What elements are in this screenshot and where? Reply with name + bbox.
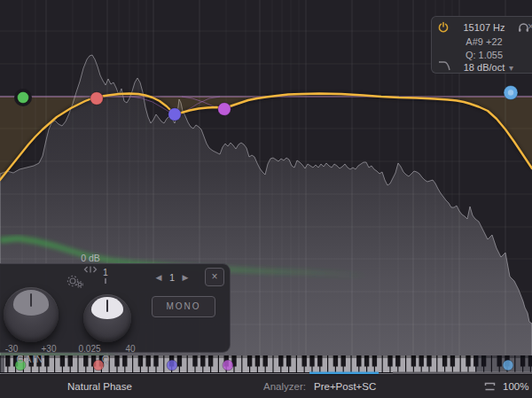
band-settings-panel: 15107 Hz A#9 +22 Q: 1.055 18 dB/oct ▾ × (431, 16, 532, 74)
keyboard-band-marker[interactable] (503, 360, 513, 371)
gain-knob-label: GAIN (17, 354, 44, 364)
band-q-value[interactable]: Q: 1.055 (432, 50, 532, 60)
next-band-arrow[interactable]: ▶ (183, 273, 189, 282)
band-3-indigo[interactable] (168, 108, 182, 121)
gain-min-label: -30 (5, 344, 18, 354)
band-dot[interactable] (90, 92, 104, 105)
gain-knob[interactable] (4, 287, 59, 342)
gain-max-label: +30 (42, 344, 57, 354)
keyboard-band-marker[interactable] (223, 360, 233, 371)
q-knob[interactable] (83, 294, 131, 342)
gain-value[interactable]: 0 dB (81, 253, 100, 263)
slope-dropdown-icon[interactable]: ▾ (509, 63, 513, 74)
band-slope-value[interactable]: 18 dB/oct (432, 62, 532, 73)
band-number: 1 (169, 272, 175, 283)
piano-keyboard (0, 355, 532, 374)
q-knob-label: Q (102, 354, 110, 364)
q-max-label: 40 (125, 344, 135, 354)
dynamics-gear-icon[interactable] (66, 275, 84, 289)
band-edit-close-button[interactable]: × (205, 268, 224, 286)
prev-band-arrow[interactable]: ◀ (156, 273, 162, 282)
keyboard-left-edge (0, 355, 4, 373)
band-1-green[interactable] (14, 89, 32, 106)
q-knob-tick (105, 278, 106, 284)
bottom-toolbar: Natural Phase Analyzer: Pre+Post+SC 100% (0, 374, 532, 398)
analyzer-label: Analyzer: (263, 381, 306, 392)
stereo-placement-icon[interactable] (83, 266, 98, 273)
band-5-sky[interactable] (504, 86, 518, 100)
band-edit-panel: 0 dB -30 +30 GAIN 1 0.025 40 Q ◀ 1 (0, 263, 231, 353)
keyboard-band-marker[interactable] (167, 360, 177, 371)
q-knob-indicator (91, 297, 123, 319)
close-icon: × (211, 270, 217, 283)
keyboard-top-shadow (0, 355, 532, 358)
q-value[interactable]: 1 (103, 267, 108, 277)
band-dot[interactable] (168, 108, 182, 121)
band-panel-close-icon[interactable]: × (528, 21, 532, 32)
mono-button[interactable]: MONO (152, 296, 215, 317)
pro-q-plugin-window: 15107 Hz A#9 +22 Q: 1.055 18 dB/oct ▾ × … (0, 0, 532, 398)
zoom-level[interactable]: 100% (503, 381, 528, 392)
band-note-value[interactable]: A#9 +22 (432, 36, 532, 47)
band-dot-highlight (508, 90, 513, 95)
band-dot[interactable] (18, 92, 29, 104)
analyzer-mode-selector[interactable]: Pre+Post+SC (314, 381, 376, 392)
phase-mode-selector[interactable]: Natural Phase (67, 381, 132, 392)
band-2-red[interactable] (90, 92, 104, 105)
band-4-purple[interactable] (218, 103, 231, 116)
display-scale-icon[interactable] (484, 382, 496, 392)
q-min-label: 0.025 (78, 344, 100, 354)
band-dot[interactable] (218, 103, 231, 116)
gain-knob-indicator (13, 290, 50, 316)
